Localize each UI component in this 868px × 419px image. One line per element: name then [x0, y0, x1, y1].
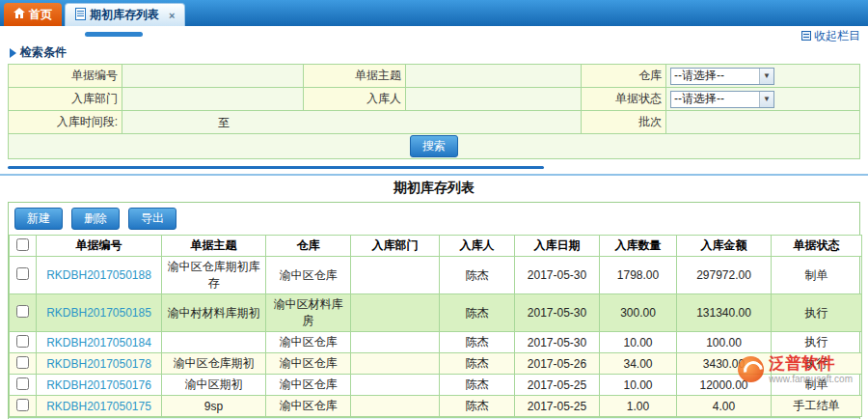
doc-no-link[interactable]: RKDBH2017050184 [37, 332, 162, 353]
triangle-right-icon [10, 48, 16, 58]
period-label: 入库时间段: [9, 111, 122, 134]
col-date: 入库日期 [515, 236, 600, 257]
period-end-input[interactable] [233, 114, 446, 131]
doc-no-link[interactable]: RKDBH2017050176 [37, 375, 162, 396]
home-icon [14, 8, 25, 21]
doc-no-input[interactable] [126, 68, 292, 85]
qty-cell: 1.00 [600, 396, 677, 417]
doc-no-link[interactable]: RKDBH2017050175 [37, 396, 162, 417]
amount-cell: 4.00 [677, 396, 772, 417]
horizontal-scrollbar-thumb[interactable] [85, 32, 143, 37]
date-cell: 2017-05-30 [515, 332, 600, 353]
select-all-checkbox[interactable] [16, 238, 29, 251]
warehouse-select[interactable]: --请选择-- ▼ [670, 68, 774, 85]
status-cell: 执行 [772, 332, 862, 353]
new-button[interactable]: 新建 [14, 208, 63, 230]
list-toolbar: 新建 删除 导出 [9, 203, 859, 235]
date-cell: 2017-05-26 [515, 353, 600, 375]
subject-input[interactable] [410, 68, 570, 85]
table-row: RKDBH2017050178 渝中区仓库期初 渝中区仓库 陈杰 2017-05… [10, 353, 862, 375]
row-checkbox[interactable] [16, 267, 29, 280]
table-row: RKDBH2017050185 渝中村材料库期初 渝中区材料库房 陈杰 2017… [10, 294, 862, 332]
col-amount: 入库金额 [677, 236, 772, 257]
search-button[interactable]: 搜索 [410, 135, 458, 157]
tab-home[interactable]: 首页 [4, 3, 62, 26]
chevron-down-icon: ▼ [759, 69, 773, 84]
delete-button[interactable]: 删除 [71, 208, 120, 230]
status-cell: 执行 [772, 353, 862, 375]
dept-cell [351, 353, 440, 375]
row-checkbox[interactable] [16, 335, 29, 348]
dept-cell [351, 257, 440, 294]
doc-no-link[interactable]: RKDBH2017050178 [37, 353, 162, 375]
col-person: 入库人 [440, 236, 515, 257]
person-label: 入库人 [304, 88, 406, 111]
warehouse-cell: 渝中区仓库 [266, 257, 351, 294]
subject-cell: 9sp [162, 396, 266, 417]
subject-cell: 渝中村材料库期初 [162, 294, 266, 332]
inventory-table-body: RKDBH2017050188 渝中区仓库期初库存 渝中区仓库 陈杰 2017-… [10, 257, 862, 417]
qty-cell: 10.00 [600, 332, 677, 353]
person-input[interactable] [410, 91, 570, 108]
dept-label: 入库部门 [9, 88, 122, 111]
subject-cell [162, 332, 266, 353]
dept-cell [351, 294, 440, 332]
doc-no-label: 单据编号 [9, 65, 122, 88]
row-checkbox[interactable] [16, 356, 29, 369]
status-cell: 制单 [772, 375, 862, 396]
dept-cell [351, 332, 440, 353]
col-status: 单据状态 [772, 236, 862, 257]
person-cell: 陈杰 [440, 294, 515, 332]
sub-bar: 收起栏目 [0, 26, 868, 42]
warehouse-cell: 渝中区材料库房 [266, 294, 351, 332]
document-icon [75, 8, 86, 23]
warehouse-label: 仓库 [582, 65, 666, 88]
tab-inventory-label: 期初库存列表 [90, 7, 159, 23]
batch-input[interactable] [670, 114, 848, 131]
status-label: 单据状态 [582, 88, 666, 111]
amount-cell: 131340.00 [677, 294, 772, 332]
doc-no-link[interactable]: RKDBH2017050188 [37, 257, 162, 294]
amount-cell: 12000.00 [677, 375, 772, 396]
inventory-table: 单据编号 单据主题 仓库 入库部门 入库人 入库日期 入库数量 入库金额 单据状… [9, 235, 862, 417]
separator-dark-line [8, 166, 544, 169]
tab-close-icon[interactable]: × [169, 10, 175, 21]
doc-no-link[interactable]: RKDBH2017050185 [37, 294, 162, 332]
search-section-title: 检索条件 [10, 44, 868, 61]
person-cell: 陈杰 [440, 375, 515, 396]
period-start-input[interactable] [126, 114, 215, 131]
warehouse-cell: 渝中区仓库 [266, 396, 351, 417]
person-cell: 陈杰 [440, 332, 515, 353]
status-cell: 执行 [772, 294, 862, 332]
qty-cell: 1798.00 [600, 257, 677, 294]
page-title: 期初库存列表 [0, 180, 868, 197]
subject-label: 单据主题 [304, 65, 406, 88]
status-cell: 手工结单 [772, 396, 862, 417]
inventory-list-panel: 新建 删除 导出 单据编号 单据主题 仓库 入库部门 入库人 入库日期 入库数量… [8, 202, 860, 419]
table-row: RKDBH2017050175 9sp 渝中区仓库 陈杰 2017-05-25 … [10, 396, 862, 417]
qty-cell: 34.00 [600, 353, 677, 375]
table-row: RKDBH2017050176 渝中区期初 渝中区仓库 陈杰 2017-05-2… [10, 375, 862, 396]
search-section-label: 检索条件 [20, 44, 67, 61]
date-cell: 2017-05-30 [515, 257, 600, 294]
person-cell: 陈杰 [440, 353, 515, 375]
amount-cell: 3430.00 [677, 353, 772, 375]
export-button[interactable]: 导出 [128, 208, 176, 230]
dept-cell [351, 396, 440, 417]
person-cell: 陈杰 [440, 396, 515, 417]
table-row: RKDBH2017050188 渝中区仓库期初库存 渝中区仓库 陈杰 2017-… [10, 257, 862, 294]
dept-input[interactable] [126, 91, 292, 108]
tab-home-label: 首页 [29, 7, 52, 23]
tab-inventory-list[interactable]: 期初库存列表 × [65, 3, 185, 26]
amount-cell: 100.00 [677, 332, 772, 353]
date-cell: 2017-05-25 [515, 396, 600, 417]
status-select[interactable]: --请选择-- ▼ [670, 91, 774, 108]
collapse-columns-link[interactable]: 收起栏目 [801, 28, 860, 44]
row-checkbox[interactable] [16, 399, 29, 411]
warehouse-cell: 渝中区仓库 [266, 375, 351, 396]
col-dept: 入库部门 [351, 236, 440, 257]
row-checkbox[interactable] [16, 377, 29, 390]
tab-bar: 首页 期初库存列表 × [0, 0, 868, 26]
warehouse-select-value: --请选择-- [674, 68, 724, 84]
row-checkbox[interactable] [16, 305, 29, 318]
